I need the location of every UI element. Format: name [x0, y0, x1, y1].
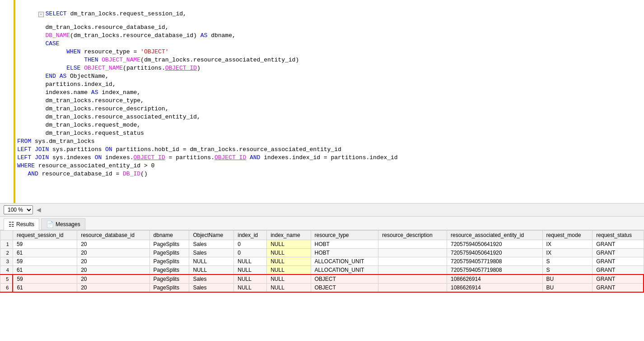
cell-resource_associated_entity_id[interactable]: 72057594050641920 [447, 249, 543, 257]
cell-dbname[interactable]: PageSplits [149, 284, 189, 293]
cell-request_mode[interactable]: BU [542, 284, 593, 293]
cell-objectname[interactable]: NULL [189, 266, 234, 275]
cell-request_session_id[interactable]: 61 [13, 249, 77, 257]
cell-request_session_id[interactable]: 61 [13, 266, 77, 275]
table-row[interactable]: 46120PageSplitsNULLNULLNULLALLOCATION_UN… [0, 266, 644, 275]
cell-resource_database_id[interactable]: 20 [77, 266, 149, 275]
cell-dbname[interactable]: PageSplits [149, 275, 189, 284]
cell-resource_database_id[interactable]: 20 [77, 249, 149, 257]
cell-dbname[interactable]: PageSplits [149, 240, 189, 249]
cell-resource_associated_entity_id[interactable]: 1086626914 [447, 284, 543, 293]
cell-request_mode[interactable]: IX [542, 240, 593, 249]
col-dbname[interactable]: dbname [149, 231, 189, 240]
code-line-13: dm_tran_locks.resource_associated_entity… [0, 114, 644, 122]
cell-request_session_id[interactable]: 59 [13, 275, 77, 284]
code-line-3: DB_NAME(dm_tran_locks.resource_database_… [0, 32, 644, 40]
cell-resource_database_id[interactable]: 20 [77, 240, 149, 249]
cell-resource_type[interactable]: ALLOCATION_UNIT [311, 257, 378, 266]
cell-index_id[interactable]: 0 [234, 249, 267, 257]
cell-resource_type[interactable]: HOBT [311, 240, 378, 249]
table-row[interactable]: 35920PageSplitsNULLNULLNULLALLOCATION_UN… [0, 257, 644, 266]
cell-request_status[interactable]: GRANT [593, 266, 644, 275]
col-resource_description[interactable]: resource_description [378, 231, 447, 240]
cell-resource_type[interactable]: ALLOCATION_UNIT [311, 266, 378, 275]
cell-resource_database_id[interactable]: 20 [77, 284, 149, 293]
cell-request_session_id[interactable]: 59 [13, 257, 77, 266]
row-number[interactable]: 3 [0, 257, 13, 266]
cell-index_name[interactable]: NULL [267, 257, 311, 266]
col-index_id[interactable]: index_id [234, 231, 267, 240]
cell-index_id[interactable]: NULL [234, 257, 267, 266]
cell-dbname[interactable]: PageSplits [149, 249, 189, 257]
table-row[interactable]: 66120PageSplitsSalesNULLNULLOBJECT108662… [0, 284, 644, 293]
collapse-button[interactable]: - [38, 12, 44, 17]
tab-messages[interactable]: 📄 Messages [41, 218, 85, 230]
cell-index_id[interactable]: 0 [234, 240, 267, 249]
col-resource_associated_entity_id[interactable]: resource_associated_entity_id [447, 231, 543, 240]
row-number[interactable]: 2 [0, 249, 13, 257]
editor-area: -SELECT dm_tran_locks.request_session_id… [0, 0, 644, 204]
code-line-4: CASE [0, 40, 644, 48]
col-index_name[interactable]: index_name [267, 231, 311, 240]
cell-dbname[interactable]: PageSplits [149, 266, 189, 275]
cell-resource_associated_entity_id[interactable]: 1086626914 [447, 275, 543, 284]
row-number[interactable]: 6 [0, 284, 13, 293]
row-number[interactable]: 4 [0, 266, 13, 275]
cell-resource_description[interactable] [378, 284, 447, 293]
cell-index_id[interactable]: NULL [234, 284, 267, 293]
cell-request_mode[interactable]: S [542, 266, 593, 275]
cell-index_id[interactable]: NULL [234, 275, 267, 284]
zoom-select[interactable]: 100 % 75 % 125 % 150 % 200 % [4, 205, 33, 214]
cell-resource_description[interactable] [378, 266, 447, 275]
cell-resource_database_id[interactable]: 20 [77, 257, 149, 266]
cell-objectname[interactable]: Sales [189, 275, 234, 284]
col-request_status[interactable]: request_status [593, 231, 644, 240]
col-objectname[interactable]: ObjectName [189, 231, 234, 240]
cell-objectname[interactable]: NULL [189, 257, 234, 266]
cell-resource_associated_entity_id[interactable]: 72057594057719808 [447, 257, 543, 266]
col-resource_database_id[interactable]: resource_database_id [77, 231, 149, 240]
cell-objectname[interactable]: Sales [189, 240, 234, 249]
row-number[interactable]: 5 [0, 275, 13, 284]
scroll-left-icon[interactable]: ◀ [37, 205, 41, 214]
cell-request_mode[interactable]: BU [542, 275, 593, 284]
cell-resource_type[interactable]: HOBT [311, 249, 378, 257]
cell-resource_database_id[interactable]: 20 [77, 275, 149, 284]
col-resource_type[interactable]: resource_type [311, 231, 378, 240]
cell-index_name[interactable]: NULL [267, 266, 311, 275]
tab-results[interactable]: ☷ Results [4, 218, 39, 230]
col-request_session_id[interactable]: request_session_id [13, 231, 77, 240]
cell-resource_associated_entity_id[interactable]: 72057594050641920 [447, 240, 543, 249]
cell-resource_type[interactable]: OBJECT [311, 284, 378, 293]
table-row[interactable]: 26120PageSplitsSales0NULLHOBT72057594050… [0, 249, 644, 257]
cell-dbname[interactable]: PageSplits [149, 257, 189, 266]
cell-request_mode[interactable]: IX [542, 249, 593, 257]
table-row[interactable]: 55920PageSplitsSalesNULLNULLOBJECT108662… [0, 275, 644, 284]
cell-resource_description[interactable] [378, 257, 447, 266]
row-number[interactable]: 1 [0, 240, 13, 249]
cell-resource_type[interactable]: OBJECT [311, 275, 378, 284]
cell-request_status[interactable]: GRANT [593, 249, 644, 257]
cell-request_session_id[interactable]: 59 [13, 240, 77, 249]
code-line-21 [0, 179, 644, 187]
cell-request_status[interactable]: GRANT [593, 240, 644, 249]
table-row[interactable]: 15920PageSplitsSales0NULLHOBT72057594050… [0, 240, 644, 249]
cell-index_name[interactable]: NULL [267, 275, 311, 284]
cell-request_status[interactable]: GRANT [593, 257, 644, 266]
cell-request_mode[interactable]: S [542, 257, 593, 266]
cell-objectname[interactable]: Sales [189, 284, 234, 293]
cell-resource_description[interactable] [378, 275, 447, 284]
cell-index_name[interactable]: NULL [267, 240, 311, 249]
cell-index_name[interactable]: NULL [267, 284, 311, 293]
cell-request_status[interactable]: GRANT [593, 275, 644, 284]
cell-resource_description[interactable] [378, 240, 447, 249]
cell-request_session_id[interactable]: 61 [13, 284, 77, 293]
cell-index_name[interactable]: NULL [267, 249, 311, 257]
cell-objectname[interactable]: Sales [189, 249, 234, 257]
cell-resource_description[interactable] [378, 249, 447, 257]
col-request_mode[interactable]: request_mode [542, 231, 593, 240]
cell-resource_associated_entity_id[interactable]: 72057594057719808 [447, 266, 543, 275]
cell-index_id[interactable]: NULL [234, 266, 267, 275]
messages-icon: 📄 [46, 221, 54, 228]
cell-request_status[interactable]: GRANT [593, 284, 644, 293]
